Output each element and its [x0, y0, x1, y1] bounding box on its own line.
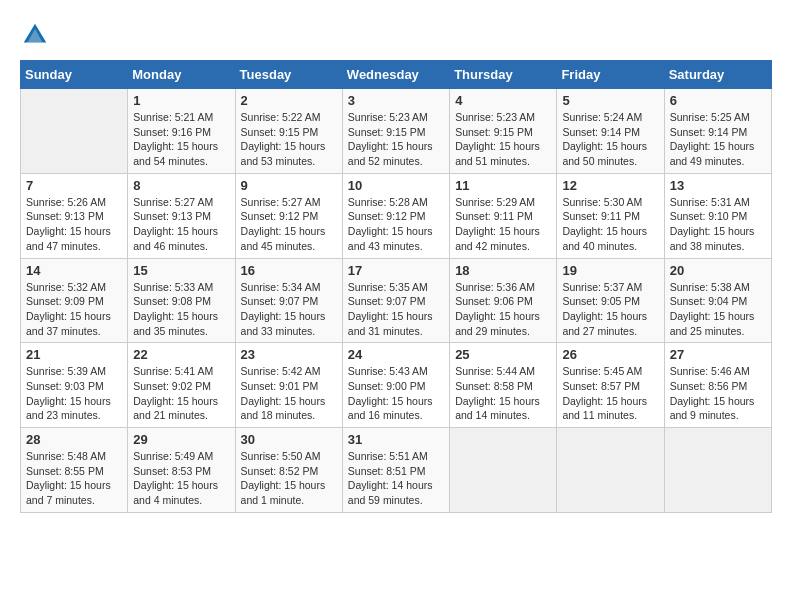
day-info: Sunrise: 5:41 AMSunset: 9:02 PMDaylight:… [133, 364, 229, 423]
day-number: 3 [348, 93, 444, 108]
day-info: Sunrise: 5:27 AMSunset: 9:12 PMDaylight:… [241, 195, 337, 254]
day-number: 1 [133, 93, 229, 108]
day-number: 31 [348, 432, 444, 447]
day-info: Sunrise: 5:39 AMSunset: 9:03 PMDaylight:… [26, 364, 122, 423]
column-header-saturday: Saturday [664, 61, 771, 89]
column-header-friday: Friday [557, 61, 664, 89]
column-header-wednesday: Wednesday [342, 61, 449, 89]
calendar-cell [21, 89, 128, 174]
day-number: 23 [241, 347, 337, 362]
calendar-cell: 31Sunrise: 5:51 AMSunset: 8:51 PMDayligh… [342, 428, 449, 513]
day-number: 22 [133, 347, 229, 362]
column-header-thursday: Thursday [450, 61, 557, 89]
day-info: Sunrise: 5:29 AMSunset: 9:11 PMDaylight:… [455, 195, 551, 254]
day-number: 18 [455, 263, 551, 278]
day-number: 21 [26, 347, 122, 362]
day-info: Sunrise: 5:37 AMSunset: 9:05 PMDaylight:… [562, 280, 658, 339]
day-info: Sunrise: 5:45 AMSunset: 8:57 PMDaylight:… [562, 364, 658, 423]
calendar-cell: 4Sunrise: 5:23 AMSunset: 9:15 PMDaylight… [450, 89, 557, 174]
calendar-cell: 22Sunrise: 5:41 AMSunset: 9:02 PMDayligh… [128, 343, 235, 428]
logo-icon [20, 20, 50, 50]
calendar-week-row: 7Sunrise: 5:26 AMSunset: 9:13 PMDaylight… [21, 173, 772, 258]
day-info: Sunrise: 5:42 AMSunset: 9:01 PMDaylight:… [241, 364, 337, 423]
day-number: 11 [455, 178, 551, 193]
calendar-cell: 30Sunrise: 5:50 AMSunset: 8:52 PMDayligh… [235, 428, 342, 513]
day-number: 5 [562, 93, 658, 108]
calendar-cell: 7Sunrise: 5:26 AMSunset: 9:13 PMDaylight… [21, 173, 128, 258]
day-number: 25 [455, 347, 551, 362]
calendar-cell [664, 428, 771, 513]
day-number: 2 [241, 93, 337, 108]
calendar-week-row: 21Sunrise: 5:39 AMSunset: 9:03 PMDayligh… [21, 343, 772, 428]
calendar-cell: 25Sunrise: 5:44 AMSunset: 8:58 PMDayligh… [450, 343, 557, 428]
day-number: 9 [241, 178, 337, 193]
day-info: Sunrise: 5:49 AMSunset: 8:53 PMDaylight:… [133, 449, 229, 508]
calendar-cell: 20Sunrise: 5:38 AMSunset: 9:04 PMDayligh… [664, 258, 771, 343]
day-info: Sunrise: 5:44 AMSunset: 8:58 PMDaylight:… [455, 364, 551, 423]
day-info: Sunrise: 5:50 AMSunset: 8:52 PMDaylight:… [241, 449, 337, 508]
calendar-cell: 17Sunrise: 5:35 AMSunset: 9:07 PMDayligh… [342, 258, 449, 343]
day-number: 28 [26, 432, 122, 447]
day-info: Sunrise: 5:34 AMSunset: 9:07 PMDaylight:… [241, 280, 337, 339]
calendar-cell: 5Sunrise: 5:24 AMSunset: 9:14 PMDaylight… [557, 89, 664, 174]
calendar-week-row: 14Sunrise: 5:32 AMSunset: 9:09 PMDayligh… [21, 258, 772, 343]
column-header-sunday: Sunday [21, 61, 128, 89]
calendar-week-row: 1Sunrise: 5:21 AMSunset: 9:16 PMDaylight… [21, 89, 772, 174]
day-info: Sunrise: 5:30 AMSunset: 9:11 PMDaylight:… [562, 195, 658, 254]
day-number: 13 [670, 178, 766, 193]
calendar-cell: 24Sunrise: 5:43 AMSunset: 9:00 PMDayligh… [342, 343, 449, 428]
day-number: 24 [348, 347, 444, 362]
calendar-cell: 19Sunrise: 5:37 AMSunset: 9:05 PMDayligh… [557, 258, 664, 343]
day-info: Sunrise: 5:27 AMSunset: 9:13 PMDaylight:… [133, 195, 229, 254]
day-info: Sunrise: 5:48 AMSunset: 8:55 PMDaylight:… [26, 449, 122, 508]
calendar-cell: 27Sunrise: 5:46 AMSunset: 8:56 PMDayligh… [664, 343, 771, 428]
calendar-cell: 18Sunrise: 5:36 AMSunset: 9:06 PMDayligh… [450, 258, 557, 343]
day-info: Sunrise: 5:25 AMSunset: 9:14 PMDaylight:… [670, 110, 766, 169]
day-number: 6 [670, 93, 766, 108]
day-number: 8 [133, 178, 229, 193]
day-number: 29 [133, 432, 229, 447]
calendar-cell: 26Sunrise: 5:45 AMSunset: 8:57 PMDayligh… [557, 343, 664, 428]
day-info: Sunrise: 5:33 AMSunset: 9:08 PMDaylight:… [133, 280, 229, 339]
calendar-cell: 10Sunrise: 5:28 AMSunset: 9:12 PMDayligh… [342, 173, 449, 258]
day-number: 20 [670, 263, 766, 278]
calendar-cell: 9Sunrise: 5:27 AMSunset: 9:12 PMDaylight… [235, 173, 342, 258]
day-info: Sunrise: 5:32 AMSunset: 9:09 PMDaylight:… [26, 280, 122, 339]
day-number: 26 [562, 347, 658, 362]
calendar-cell: 2Sunrise: 5:22 AMSunset: 9:15 PMDaylight… [235, 89, 342, 174]
day-number: 12 [562, 178, 658, 193]
calendar-cell: 14Sunrise: 5:32 AMSunset: 9:09 PMDayligh… [21, 258, 128, 343]
day-info: Sunrise: 5:36 AMSunset: 9:06 PMDaylight:… [455, 280, 551, 339]
calendar-cell: 6Sunrise: 5:25 AMSunset: 9:14 PMDaylight… [664, 89, 771, 174]
day-info: Sunrise: 5:23 AMSunset: 9:15 PMDaylight:… [455, 110, 551, 169]
calendar-cell: 3Sunrise: 5:23 AMSunset: 9:15 PMDaylight… [342, 89, 449, 174]
day-number: 7 [26, 178, 122, 193]
day-info: Sunrise: 5:31 AMSunset: 9:10 PMDaylight:… [670, 195, 766, 254]
day-info: Sunrise: 5:23 AMSunset: 9:15 PMDaylight:… [348, 110, 444, 169]
day-info: Sunrise: 5:46 AMSunset: 8:56 PMDaylight:… [670, 364, 766, 423]
day-info: Sunrise: 5:51 AMSunset: 8:51 PMDaylight:… [348, 449, 444, 508]
calendar-cell: 12Sunrise: 5:30 AMSunset: 9:11 PMDayligh… [557, 173, 664, 258]
day-info: Sunrise: 5:28 AMSunset: 9:12 PMDaylight:… [348, 195, 444, 254]
day-info: Sunrise: 5:21 AMSunset: 9:16 PMDaylight:… [133, 110, 229, 169]
day-info: Sunrise: 5:38 AMSunset: 9:04 PMDaylight:… [670, 280, 766, 339]
calendar-cell: 1Sunrise: 5:21 AMSunset: 9:16 PMDaylight… [128, 89, 235, 174]
calendar-cell [557, 428, 664, 513]
calendar-cell: 11Sunrise: 5:29 AMSunset: 9:11 PMDayligh… [450, 173, 557, 258]
calendar-cell: 28Sunrise: 5:48 AMSunset: 8:55 PMDayligh… [21, 428, 128, 513]
day-info: Sunrise: 5:26 AMSunset: 9:13 PMDaylight:… [26, 195, 122, 254]
day-info: Sunrise: 5:24 AMSunset: 9:14 PMDaylight:… [562, 110, 658, 169]
day-info: Sunrise: 5:35 AMSunset: 9:07 PMDaylight:… [348, 280, 444, 339]
calendar-cell: 23Sunrise: 5:42 AMSunset: 9:01 PMDayligh… [235, 343, 342, 428]
column-header-tuesday: Tuesday [235, 61, 342, 89]
calendar-cell: 21Sunrise: 5:39 AMSunset: 9:03 PMDayligh… [21, 343, 128, 428]
day-number: 17 [348, 263, 444, 278]
calendar-cell: 13Sunrise: 5:31 AMSunset: 9:10 PMDayligh… [664, 173, 771, 258]
calendar-cell: 29Sunrise: 5:49 AMSunset: 8:53 PMDayligh… [128, 428, 235, 513]
day-number: 16 [241, 263, 337, 278]
day-number: 15 [133, 263, 229, 278]
calendar-cell: 15Sunrise: 5:33 AMSunset: 9:08 PMDayligh… [128, 258, 235, 343]
calendar-cell: 8Sunrise: 5:27 AMSunset: 9:13 PMDaylight… [128, 173, 235, 258]
calendar-table: SundayMondayTuesdayWednesdayThursdayFrid… [20, 60, 772, 513]
page-header [20, 20, 772, 50]
